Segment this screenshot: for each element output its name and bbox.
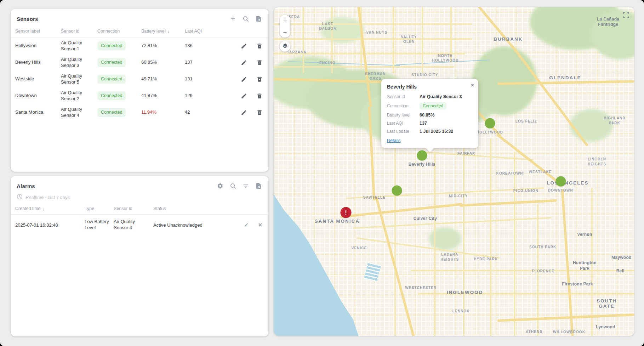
sensor-marker-downtown[interactable] xyxy=(556,176,566,186)
alarms-panel: Alarms Realtime - last 7 days xyxy=(11,176,268,336)
road xyxy=(450,7,452,63)
col-sensor-id[interactable]: Sensor id xyxy=(61,29,97,34)
col-last-aqi[interactable]: Last AQI xyxy=(185,29,227,34)
sensor-id: Air Quality Sensor 4 xyxy=(61,107,97,119)
road xyxy=(591,188,593,336)
sensor-marker-beverly-hills[interactable] xyxy=(417,150,427,160)
sensors-panel: Sensors + Sensor label Sensor id Connect… xyxy=(11,9,268,172)
filter-icon[interactable] xyxy=(242,182,249,189)
delete-icon[interactable] xyxy=(256,43,263,49)
edit-icon[interactable] xyxy=(241,109,247,116)
alarms-timewindow[interactable]: Realtime - last 7 days xyxy=(17,194,263,201)
add-sensor-icon[interactable]: + xyxy=(229,15,236,22)
acknowledge-icon[interactable]: ✓ xyxy=(244,222,249,228)
alarm-created-time: 2025-07-01 16:32:48 xyxy=(15,222,85,228)
alarm-type: Low Battery Level xyxy=(85,219,114,231)
battery-level: 49.71% xyxy=(141,76,185,82)
col-connection[interactable]: Connection xyxy=(97,29,141,34)
popup-field: Battery level 60.85% xyxy=(387,113,473,118)
details-link[interactable]: Details xyxy=(387,138,400,143)
sensor-label: Hollywood xyxy=(15,43,61,49)
sensor-table-row[interactable]: Beverly Hills Air Quality Sensor 3 Conne… xyxy=(11,54,268,71)
battery-level: 72.81% xyxy=(141,43,185,49)
connection-badge: Connected xyxy=(97,58,126,67)
sensor-label: Santa Monica xyxy=(15,109,61,115)
col-battery[interactable]: Battery level ↓ xyxy=(141,29,185,34)
fullscreen-button[interactable] xyxy=(623,12,629,20)
popup-last-update: 1 Jul 2025 16:32 xyxy=(420,129,473,134)
connection-badge: Connected xyxy=(97,41,126,50)
sensor-label: Beverly Hills xyxy=(15,59,61,66)
delete-icon[interactable] xyxy=(256,93,263,99)
close-icon[interactable]: × xyxy=(471,82,474,89)
col-sensor-label[interactable]: Sensor label xyxy=(15,29,61,34)
sensor-id: Air Quality Sensor 3 xyxy=(61,57,97,69)
connection-badge: Connected xyxy=(97,75,126,83)
road xyxy=(274,38,472,40)
sort-desc-icon[interactable]: ↓ xyxy=(42,206,45,211)
battery-level: 11.94% xyxy=(141,109,185,115)
clear-icon[interactable]: ✕ xyxy=(258,222,263,228)
delete-icon[interactable] xyxy=(256,109,263,116)
sensor-id: Air Quality Sensor 2 xyxy=(61,90,97,102)
alarm-sensor-id: Air Quality Sensor 4 xyxy=(114,219,153,231)
sensor-id: Air Quality Sensor 1 xyxy=(61,40,97,52)
alarms-table-header: Created time ↓ Type Sensor id Status xyxy=(11,203,268,215)
delete-icon[interactable] xyxy=(256,59,263,66)
sensor-marker-westside[interactable] xyxy=(392,185,402,195)
settings-icon[interactable] xyxy=(217,182,224,189)
road xyxy=(274,53,465,55)
sensor-table-row[interactable]: Hollywood Air Quality Sensor 1 Connected… xyxy=(11,38,268,54)
road xyxy=(514,152,515,336)
road xyxy=(463,145,465,336)
col-status[interactable]: Status xyxy=(153,206,221,211)
last-aqi: 137 xyxy=(185,59,227,66)
road xyxy=(411,270,634,271)
edit-icon[interactable] xyxy=(241,76,247,83)
alarm-table-row[interactable]: 2025-07-01 16:32:48 Low Battery Level Ai… xyxy=(11,215,268,235)
zoom-control: + − xyxy=(280,15,290,38)
sort-desc-icon[interactable]: ↓ xyxy=(167,29,170,34)
sensor-marker-santa-monica[interactable]: ! xyxy=(340,207,351,218)
popup-last-aqi: 137 xyxy=(420,121,473,126)
col-created-time[interactable]: Created time ↓ xyxy=(15,206,85,211)
road xyxy=(393,7,394,73)
export-icon[interactable] xyxy=(255,15,262,22)
export-icon[interactable] xyxy=(255,182,262,189)
alarms-title: Alarms xyxy=(17,183,35,189)
zoom-out-button[interactable]: − xyxy=(283,29,287,35)
sensor-table-row[interactable]: Santa Monica Air Quality Sensor 4 Connec… xyxy=(11,104,268,121)
popup-sensor-id: Air Quality Sensor 3 xyxy=(420,94,473,99)
connection-badge: Connected xyxy=(97,91,126,100)
sensor-table-row[interactable]: Westside Air Quality Sensor 5 Connected … xyxy=(11,71,268,87)
zoom-in-button[interactable]: + xyxy=(283,17,287,23)
sensors-table-header: Sensor label Sensor id Connection Batter… xyxy=(11,25,268,38)
layers-button[interactable] xyxy=(280,41,290,52)
popup-battery: 60.85% xyxy=(420,113,473,118)
sensor-table-row[interactable]: Downtown Air Quality Sensor 2 Connected … xyxy=(11,87,268,104)
edit-icon[interactable] xyxy=(241,93,247,99)
road xyxy=(303,7,304,73)
col-sensor-id[interactable]: Sensor id xyxy=(114,206,153,211)
search-icon[interactable] xyxy=(229,182,236,189)
col-type[interactable]: Type xyxy=(85,206,114,211)
popup-field: Last update 1 Jul 2025 16:32 xyxy=(387,129,473,134)
connection-badge: Connected xyxy=(97,108,126,117)
sensor-marker-hollywood[interactable] xyxy=(485,118,495,128)
road xyxy=(274,23,472,25)
park-area xyxy=(429,227,461,250)
sensor-popup: Beverly Hills × Sensor id Air Quality Se… xyxy=(381,79,478,148)
connection-badge: Connected xyxy=(420,102,446,109)
last-aqi: 129 xyxy=(185,93,227,99)
alarm-status: Active Unacknowledged xyxy=(153,222,221,228)
delete-icon[interactable] xyxy=(256,76,263,83)
sensor-label: Westside xyxy=(15,76,61,82)
map-panel[interactable]: RESEDA LAKE BALBOA VAN NUYS VALLEY GLEN … xyxy=(274,7,634,336)
search-icon[interactable] xyxy=(242,15,249,22)
road xyxy=(274,66,454,68)
road xyxy=(422,7,423,73)
edit-icon[interactable] xyxy=(241,43,247,49)
edit-icon[interactable] xyxy=(241,59,247,66)
road xyxy=(490,138,491,336)
road xyxy=(418,293,634,294)
